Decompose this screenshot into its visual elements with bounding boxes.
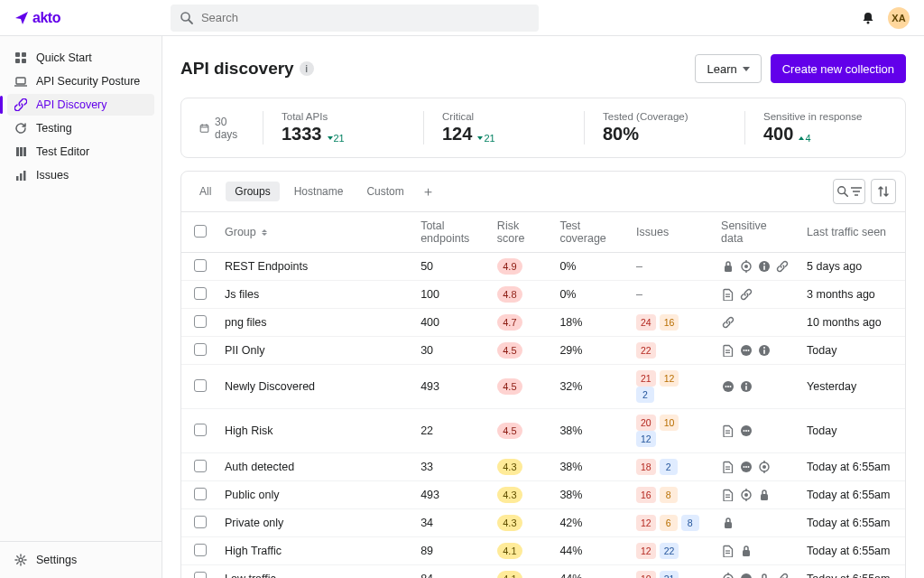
avatar[interactable]: XA: [888, 7, 910, 29]
cell-sensitive: [712, 537, 798, 565]
bell-icon[interactable]: [861, 11, 875, 25]
issue-badge: 12: [636, 515, 656, 531]
col-header[interactable]: Test coverage: [550, 212, 627, 253]
row-checkbox[interactable]: [194, 287, 207, 300]
brand-logo[interactable]: akto: [14, 10, 60, 26]
sidebar-item[interactable]: API Discovery: [7, 94, 154, 116]
table-row[interactable]: Js files 100 4.8 0% – 3 months ago: [181, 281, 905, 309]
table-row[interactable]: High Traffic 89 4.1 44% 1222 Today at 6:…: [181, 537, 905, 565]
tabbar: AllGroupsHostnameCustom ＋: [181, 172, 905, 212]
cell-traffic: 5 days ago: [798, 253, 905, 281]
search-box[interactable]: [171, 5, 539, 32]
col-header[interactable]: Group: [216, 212, 411, 253]
sidebar-item[interactable]: Testing: [7, 117, 154, 139]
table-row[interactable]: PII Only 30 4.5 29% 22 Today: [181, 337, 905, 365]
search-icon: [180, 11, 194, 25]
table-row[interactable]: Private only 34 4.3 42% 1268 Today at 6:…: [181, 509, 905, 537]
row-checkbox[interactable]: [194, 488, 207, 500]
sidebar-settings[interactable]: Settings: [7, 549, 154, 571]
topbar-right: XA: [861, 7, 910, 29]
cell-risk: 4.3: [488, 509, 551, 537]
cell-group: Public only: [216, 481, 411, 509]
risk-badge: 4.5: [497, 423, 522, 439]
cell-total: 33: [411, 453, 488, 481]
issue-badge: 12: [660, 370, 679, 387]
sidebar-item[interactable]: Issues: [7, 164, 154, 186]
table-row[interactable]: High Risk 22 4.5 38% 201012 Today: [181, 409, 905, 453]
file-icon: [721, 344, 735, 358]
cell-group: High Traffic: [216, 537, 411, 565]
table-row[interactable]: png files 400 4.7 18% 2416 10 months ago: [181, 309, 905, 337]
stat-value: 400: [763, 124, 793, 144]
row-checkbox[interactable]: [194, 259, 207, 272]
col-header[interactable]: Total endpoints: [411, 212, 488, 253]
table-row[interactable]: Low traffic 84 4.1 44% 1021 Today at 6:5…: [181, 565, 905, 579]
row-checkbox[interactable]: [194, 424, 207, 436]
learn-button[interactable]: Learn: [695, 54, 761, 83]
sidebar-item[interactable]: Quick Start: [7, 47, 154, 69]
cell-sensitive: [712, 565, 798, 579]
tab[interactable]: Hostname: [285, 182, 353, 201]
row-checkbox[interactable]: [194, 544, 207, 556]
search-input[interactable]: [201, 11, 530, 24]
risk-badge: 4.1: [497, 543, 522, 559]
issue-badge: 12: [636, 543, 656, 559]
cell-coverage: 18%: [550, 309, 627, 337]
row-checkbox[interactable]: [194, 315, 207, 328]
tab[interactable]: Groups: [226, 182, 279, 201]
cell-issues: 21122: [627, 365, 712, 409]
sidebar-item-label: Settings: [36, 554, 77, 566]
cell-sensitive: [712, 453, 798, 481]
issue-badge: 12: [636, 431, 656, 447]
stats-card: 30 days Total APIs 133321 Critical 12421…: [180, 98, 906, 158]
sidebar-item[interactable]: API Security Posture: [7, 70, 154, 92]
page-header: API discovery i Learn Create new collect…: [180, 54, 906, 83]
risk-badge: 4.3: [497, 515, 522, 531]
file-icon: [721, 489, 735, 502]
cell-traffic: 3 months ago: [798, 281, 905, 309]
risk-badge: 4.3: [497, 459, 522, 475]
tab[interactable]: All: [190, 182, 220, 201]
file-icon: [721, 545, 735, 558]
tab[interactable]: Custom: [357, 182, 412, 201]
row-checkbox[interactable]: [194, 343, 207, 356]
table-row[interactable]: REST Endpoints 50 4.9 0% – 5 days ago: [181, 253, 905, 281]
cell-issues: 1021: [627, 565, 712, 579]
select-all-checkbox[interactable]: [194, 225, 207, 238]
cell-risk: 4.9: [488, 253, 551, 281]
row-checkbox[interactable]: [194, 516, 207, 528]
cell-issues: 201012: [627, 409, 712, 453]
cell-group: png files: [216, 309, 411, 337]
table-row[interactable]: Public only 493 4.3 38% 168 Today at 6:5…: [181, 481, 905, 509]
cell-coverage: 0%: [550, 253, 627, 281]
cell-traffic: Today at 6:55am: [798, 565, 905, 579]
search-filter-button[interactable]: [833, 179, 865, 204]
risk-badge: 4.5: [497, 378, 522, 395]
row-checkbox[interactable]: [194, 379, 207, 392]
cell-sensitive: [712, 281, 798, 309]
col-header[interactable]: Sensitive data: [712, 212, 798, 253]
col-header[interactable]: Risk score: [488, 212, 551, 253]
create-collection-button[interactable]: Create new collection: [771, 54, 906, 83]
col-header[interactable]: Last traffic seen: [798, 212, 905, 253]
row-checkbox[interactable]: [194, 460, 207, 472]
cell-coverage: 32%: [550, 365, 627, 409]
cell-issues: 2416: [627, 309, 712, 337]
table-row[interactable]: Auth detected 33 4.3 38% 182 Today at 6:…: [181, 453, 905, 481]
cell-coverage: 29%: [550, 337, 627, 365]
sidebar-item[interactable]: Test Editor: [7, 141, 154, 163]
stat-range[interactable]: 30 days: [181, 111, 263, 144]
sort-button[interactable]: [871, 179, 896, 204]
cell-risk: 4.7: [488, 309, 551, 337]
cell-issues: 182: [627, 453, 712, 481]
stat-cell: Tested (Coverage) 80%: [584, 111, 744, 144]
cell-total: 30: [411, 337, 488, 365]
col-header[interactable]: Issues: [627, 212, 712, 253]
table-row[interactable]: Newly Discovered 493 4.5 32% 21122 Yeste…: [181, 365, 905, 409]
info-icon[interactable]: i: [300, 61, 314, 76]
row-checkbox[interactable]: [194, 572, 207, 579]
gear-icon: [14, 554, 27, 566]
add-tab-button[interactable]: ＋: [422, 185, 435, 198]
risk-badge: 4.1: [497, 571, 522, 578]
stat-value: 1333: [282, 124, 322, 144]
